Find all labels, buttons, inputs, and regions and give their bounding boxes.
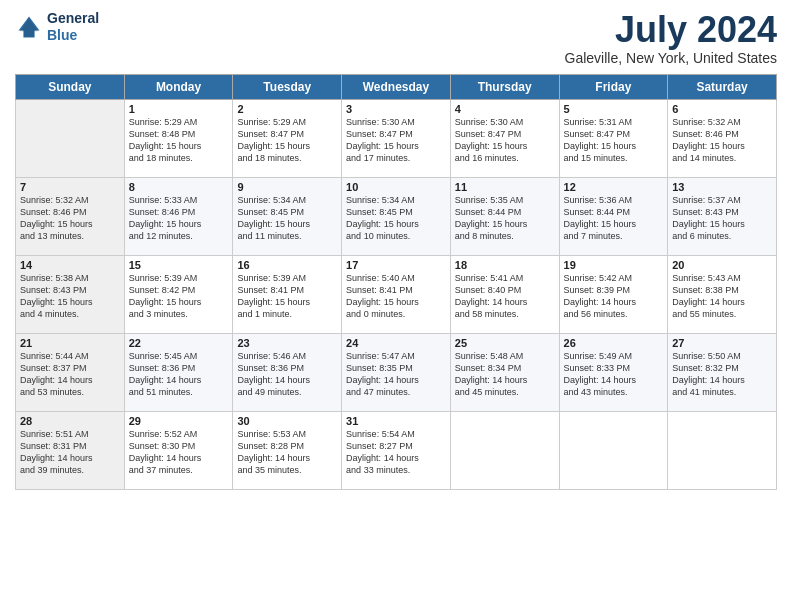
day-number: 14: [20, 259, 120, 271]
day-number: 16: [237, 259, 337, 271]
day-info: Sunrise: 5:36 AM Sunset: 8:44 PM Dayligh…: [564, 194, 664, 243]
day-number: 28: [20, 415, 120, 427]
day-info: Sunrise: 5:42 AM Sunset: 8:39 PM Dayligh…: [564, 272, 664, 321]
day-info: Sunrise: 5:31 AM Sunset: 8:47 PM Dayligh…: [564, 116, 664, 165]
day-info: Sunrise: 5:40 AM Sunset: 8:41 PM Dayligh…: [346, 272, 446, 321]
calendar-week-row: 7Sunrise: 5:32 AM Sunset: 8:46 PM Daylig…: [16, 177, 777, 255]
day-number: 15: [129, 259, 229, 271]
day-info: Sunrise: 5:32 AM Sunset: 8:46 PM Dayligh…: [672, 116, 772, 165]
calendar-day-cell: 2Sunrise: 5:29 AM Sunset: 8:47 PM Daylig…: [233, 99, 342, 177]
day-info: Sunrise: 5:43 AM Sunset: 8:38 PM Dayligh…: [672, 272, 772, 321]
day-info: Sunrise: 5:33 AM Sunset: 8:46 PM Dayligh…: [129, 194, 229, 243]
day-info: Sunrise: 5:29 AM Sunset: 8:47 PM Dayligh…: [237, 116, 337, 165]
calendar-day-cell: 3Sunrise: 5:30 AM Sunset: 8:47 PM Daylig…: [342, 99, 451, 177]
calendar-day-cell: 15Sunrise: 5:39 AM Sunset: 8:42 PM Dayli…: [124, 255, 233, 333]
page: General Blue July 2024 Galeville, New Yo…: [0, 0, 792, 612]
calendar-day-cell: 28Sunrise: 5:51 AM Sunset: 8:31 PM Dayli…: [16, 411, 125, 489]
calendar-week-row: 21Sunrise: 5:44 AM Sunset: 8:37 PM Dayli…: [16, 333, 777, 411]
day-number: 17: [346, 259, 446, 271]
calendar-day-cell: 31Sunrise: 5:54 AM Sunset: 8:27 PM Dayli…: [342, 411, 451, 489]
logo: General Blue: [15, 10, 99, 44]
day-info: Sunrise: 5:52 AM Sunset: 8:30 PM Dayligh…: [129, 428, 229, 477]
day-info: Sunrise: 5:41 AM Sunset: 8:40 PM Dayligh…: [455, 272, 555, 321]
calendar-day-cell: 14Sunrise: 5:38 AM Sunset: 8:43 PM Dayli…: [16, 255, 125, 333]
day-number: 1: [129, 103, 229, 115]
calendar-day-cell: 6Sunrise: 5:32 AM Sunset: 8:46 PM Daylig…: [668, 99, 777, 177]
day-number: 7: [20, 181, 120, 193]
day-info: Sunrise: 5:39 AM Sunset: 8:42 PM Dayligh…: [129, 272, 229, 321]
calendar-day-cell: 18Sunrise: 5:41 AM Sunset: 8:40 PM Dayli…: [450, 255, 559, 333]
day-number: 25: [455, 337, 555, 349]
calendar-day-cell: 17Sunrise: 5:40 AM Sunset: 8:41 PM Dayli…: [342, 255, 451, 333]
location-title: Galeville, New York, United States: [565, 50, 777, 66]
calendar-day-cell: 30Sunrise: 5:53 AM Sunset: 8:28 PM Dayli…: [233, 411, 342, 489]
calendar-day-cell: [668, 411, 777, 489]
day-info: Sunrise: 5:30 AM Sunset: 8:47 PM Dayligh…: [346, 116, 446, 165]
day-number: 27: [672, 337, 772, 349]
day-number: 30: [237, 415, 337, 427]
day-number: 4: [455, 103, 555, 115]
day-info: Sunrise: 5:37 AM Sunset: 8:43 PM Dayligh…: [672, 194, 772, 243]
day-info: Sunrise: 5:50 AM Sunset: 8:32 PM Dayligh…: [672, 350, 772, 399]
calendar-day-cell: 26Sunrise: 5:49 AM Sunset: 8:33 PM Dayli…: [559, 333, 668, 411]
calendar-table: Sunday Monday Tuesday Wednesday Thursday…: [15, 74, 777, 490]
day-info: Sunrise: 5:32 AM Sunset: 8:46 PM Dayligh…: [20, 194, 120, 243]
col-friday: Friday: [559, 74, 668, 99]
day-number: 3: [346, 103, 446, 115]
day-number: 10: [346, 181, 446, 193]
day-number: 8: [129, 181, 229, 193]
day-number: 9: [237, 181, 337, 193]
day-info: Sunrise: 5:34 AM Sunset: 8:45 PM Dayligh…: [237, 194, 337, 243]
day-info: Sunrise: 5:51 AM Sunset: 8:31 PM Dayligh…: [20, 428, 120, 477]
header: General Blue July 2024 Galeville, New Yo…: [15, 10, 777, 66]
calendar-week-row: 28Sunrise: 5:51 AM Sunset: 8:31 PM Dayli…: [16, 411, 777, 489]
day-number: 5: [564, 103, 664, 115]
calendar-day-cell: 13Sunrise: 5:37 AM Sunset: 8:43 PM Dayli…: [668, 177, 777, 255]
day-number: 12: [564, 181, 664, 193]
day-info: Sunrise: 5:48 AM Sunset: 8:34 PM Dayligh…: [455, 350, 555, 399]
day-number: 21: [20, 337, 120, 349]
calendar-week-row: 14Sunrise: 5:38 AM Sunset: 8:43 PM Dayli…: [16, 255, 777, 333]
calendar-day-cell: 24Sunrise: 5:47 AM Sunset: 8:35 PM Dayli…: [342, 333, 451, 411]
day-info: Sunrise: 5:39 AM Sunset: 8:41 PM Dayligh…: [237, 272, 337, 321]
day-number: 11: [455, 181, 555, 193]
col-saturday: Saturday: [668, 74, 777, 99]
calendar-day-cell: 9Sunrise: 5:34 AM Sunset: 8:45 PM Daylig…: [233, 177, 342, 255]
month-title: July 2024: [565, 10, 777, 50]
calendar-day-cell: 22Sunrise: 5:45 AM Sunset: 8:36 PM Dayli…: [124, 333, 233, 411]
calendar-day-cell: 20Sunrise: 5:43 AM Sunset: 8:38 PM Dayli…: [668, 255, 777, 333]
day-number: 31: [346, 415, 446, 427]
day-number: 13: [672, 181, 772, 193]
calendar-day-cell: 8Sunrise: 5:33 AM Sunset: 8:46 PM Daylig…: [124, 177, 233, 255]
day-info: Sunrise: 5:38 AM Sunset: 8:43 PM Dayligh…: [20, 272, 120, 321]
svg-marker-1: [20, 18, 38, 36]
calendar-day-cell: 4Sunrise: 5:30 AM Sunset: 8:47 PM Daylig…: [450, 99, 559, 177]
day-number: 24: [346, 337, 446, 349]
day-number: 29: [129, 415, 229, 427]
day-number: 22: [129, 337, 229, 349]
day-info: Sunrise: 5:45 AM Sunset: 8:36 PM Dayligh…: [129, 350, 229, 399]
day-number: 23: [237, 337, 337, 349]
calendar-day-cell: 7Sunrise: 5:32 AM Sunset: 8:46 PM Daylig…: [16, 177, 125, 255]
logo-icon: [15, 13, 43, 41]
calendar-day-cell: 29Sunrise: 5:52 AM Sunset: 8:30 PM Dayli…: [124, 411, 233, 489]
calendar-day-cell: 16Sunrise: 5:39 AM Sunset: 8:41 PM Dayli…: [233, 255, 342, 333]
calendar-day-cell: 27Sunrise: 5:50 AM Sunset: 8:32 PM Dayli…: [668, 333, 777, 411]
day-number: 26: [564, 337, 664, 349]
calendar-day-cell: [16, 99, 125, 177]
calendar-day-cell: [450, 411, 559, 489]
calendar-day-cell: 11Sunrise: 5:35 AM Sunset: 8:44 PM Dayli…: [450, 177, 559, 255]
day-info: Sunrise: 5:47 AM Sunset: 8:35 PM Dayligh…: [346, 350, 446, 399]
calendar-day-cell: 5Sunrise: 5:31 AM Sunset: 8:47 PM Daylig…: [559, 99, 668, 177]
calendar-day-cell: 25Sunrise: 5:48 AM Sunset: 8:34 PM Dayli…: [450, 333, 559, 411]
calendar-day-cell: 21Sunrise: 5:44 AM Sunset: 8:37 PM Dayli…: [16, 333, 125, 411]
col-monday: Monday: [124, 74, 233, 99]
calendar-day-cell: 1Sunrise: 5:29 AM Sunset: 8:48 PM Daylig…: [124, 99, 233, 177]
day-info: Sunrise: 5:54 AM Sunset: 8:27 PM Dayligh…: [346, 428, 446, 477]
day-info: Sunrise: 5:34 AM Sunset: 8:45 PM Dayligh…: [346, 194, 446, 243]
calendar-day-cell: 23Sunrise: 5:46 AM Sunset: 8:36 PM Dayli…: [233, 333, 342, 411]
col-sunday: Sunday: [16, 74, 125, 99]
day-info: Sunrise: 5:29 AM Sunset: 8:48 PM Dayligh…: [129, 116, 229, 165]
calendar-day-cell: 12Sunrise: 5:36 AM Sunset: 8:44 PM Dayli…: [559, 177, 668, 255]
day-info: Sunrise: 5:44 AM Sunset: 8:37 PM Dayligh…: [20, 350, 120, 399]
